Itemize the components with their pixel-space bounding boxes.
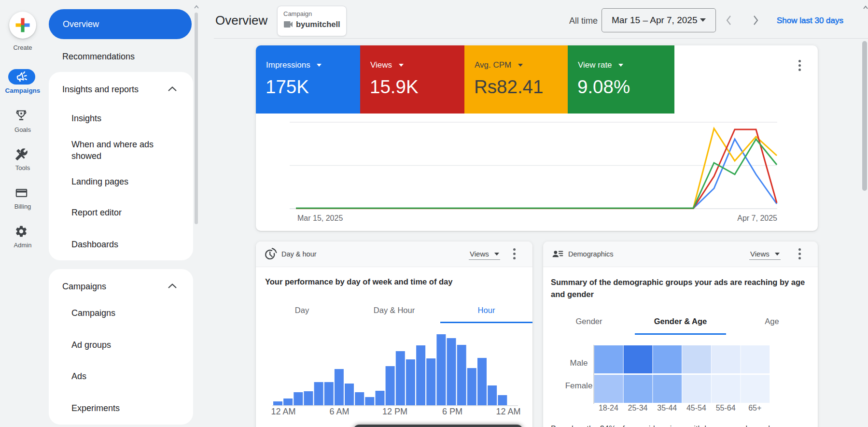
svg-text:6 PM: 6 PM	[442, 407, 462, 416]
svg-text:6 AM: 6 AM	[329, 407, 349, 416]
svg-text:Apr 7, 2025: Apr 7, 2025	[737, 214, 777, 222]
svg-text:12 AM: 12 AM	[496, 407, 520, 416]
svg-text:12 PM: 12 PM	[382, 407, 407, 416]
svg-text:Mar 15, 2025: Mar 15, 2025	[297, 214, 343, 222]
svg-text:12 AM: 12 AM	[271, 407, 295, 416]
